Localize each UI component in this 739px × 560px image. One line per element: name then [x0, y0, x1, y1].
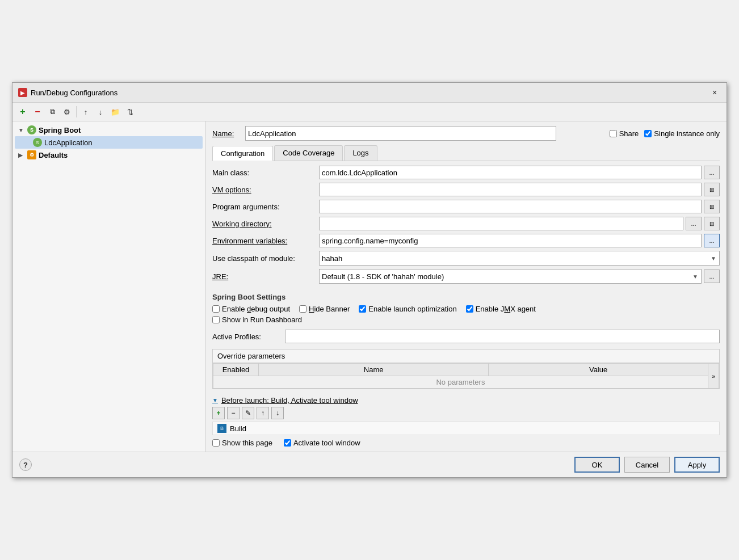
program-args-row: ⊞: [319, 200, 720, 213]
vm-options-expand-button[interactable]: ⊞: [704, 183, 720, 196]
program-args-expand-button[interactable]: ⊞: [704, 200, 720, 213]
right-panel: Name: Share Single instance only Configu…: [205, 121, 727, 452]
enable-launch-checkbox[interactable]: [359, 305, 366, 313]
title-bar: ▶ Run/Debug Configurations ×: [12, 83, 727, 103]
env-vars-browse-button[interactable]: ...: [704, 234, 720, 247]
bl-up-button[interactable]: ↑: [257, 407, 269, 419]
spring-boot-checkboxes-row2: Show in Run Dashboard: [212, 315, 720, 324]
share-label[interactable]: Share: [619, 129, 639, 138]
spring-boot-checkboxes-row: Enable debug output Hide Banner Enable l…: [212, 305, 720, 313]
bl-down-button[interactable]: ↓: [271, 407, 284, 419]
vm-options-input[interactable]: [319, 183, 702, 196]
before-launch-header: ▼ Before launch: Build, Activate tool wi…: [212, 396, 720, 405]
override-extra-button[interactable]: »: [708, 363, 719, 389]
jre-select[interactable]: Default (1.8 - SDK of 'hahah' module): [319, 269, 702, 284]
move-down-button[interactable]: ↓: [94, 105, 107, 119]
add-config-button[interactable]: +: [16, 105, 30, 119]
show-page-label[interactable]: Show this page: [222, 439, 272, 447]
defaults-arrow: ▶: [18, 152, 25, 158]
jre-select-wrapper: Default (1.8 - SDK of 'hahah' module) ▼: [319, 269, 702, 284]
hide-banner-item: Hide Banner: [299, 305, 350, 313]
enable-jmx-label[interactable]: Enable JMX agent: [476, 305, 536, 313]
main-class-row: ...: [319, 166, 720, 179]
working-dir-input[interactable]: [319, 217, 683, 230]
activate-tool-item: Activate tool window: [284, 439, 360, 447]
share-checkbox[interactable]: [610, 130, 617, 137]
spring-boot-settings-heading: Spring Boot Settings: [212, 293, 720, 301]
form-grid: Main class: ... VM options: ⊞ Program ar…: [212, 166, 720, 284]
main-class-input[interactable]: [319, 166, 702, 179]
sort-button[interactable]: ⇅: [123, 105, 137, 119]
main-class-browse-button[interactable]: ...: [704, 166, 720, 179]
enable-debug-checkbox[interactable]: [212, 305, 220, 313]
working-dir-browse-button[interactable]: ...: [686, 217, 702, 230]
folder-button[interactable]: 📁: [108, 105, 122, 119]
col-enabled: Enabled: [213, 364, 259, 376]
move-up-button[interactable]: ↑: [79, 105, 93, 119]
bl-edit-button[interactable]: ✎: [242, 407, 254, 419]
bl-remove-button[interactable]: −: [227, 407, 240, 419]
ok-button[interactable]: OK: [574, 457, 620, 473]
cancel-button[interactable]: Cancel: [624, 457, 670, 473]
enable-debug-item: Enable debug output: [212, 305, 290, 313]
activate-tool-checkbox[interactable]: [284, 439, 291, 447]
ldc-application-item[interactable]: S LdcApplication: [15, 136, 203, 149]
help-button[interactable]: ?: [19, 458, 32, 471]
jre-label: JRE:: [212, 272, 314, 281]
defaults-group[interactable]: ▶ ⚙ Defaults: [15, 149, 203, 161]
defaults-label: Defaults: [39, 151, 68, 159]
show-run-dashboard-checkbox[interactable]: [212, 316, 220, 323]
spring-boot-icon: S: [27, 125, 36, 134]
settings-button[interactable]: ⚙: [60, 105, 74, 119]
program-args-label: Program arguments:: [212, 203, 314, 211]
dialog-footer: ? OK Cancel Apply: [12, 452, 727, 477]
share-check-item: Share: [610, 129, 639, 138]
show-page-item: Show this page: [212, 439, 272, 447]
before-launch-label: Before launch: Build, Activate tool wind…: [221, 396, 358, 405]
working-dir-expand-button[interactable]: ⊟: [704, 217, 720, 230]
bl-build-icon: B: [217, 424, 226, 433]
copy-config-button[interactable]: ⧉: [45, 105, 59, 119]
bl-add-button[interactable]: +: [212, 407, 225, 419]
main-content: ▼ S Spring Boot S LdcApplication ▶ ⚙ Def…: [12, 121, 727, 452]
ldc-application-icon: S: [33, 138, 42, 147]
enable-jmx-checkbox[interactable]: [466, 305, 473, 313]
classpath-select-wrapper: hahah ▼: [319, 251, 720, 266]
show-page-checkbox[interactable]: [212, 439, 220, 447]
activate-tool-label[interactable]: Activate tool window: [293, 439, 360, 447]
enable-launch-label[interactable]: Enable launch optimization: [368, 305, 456, 313]
override-table-container: Enabled Name Value No parameters »: [213, 363, 719, 389]
enable-debug-label[interactable]: Enable debug output: [222, 305, 290, 313]
hide-banner-label[interactable]: Hide Banner: [309, 305, 350, 313]
show-run-dashboard-label[interactable]: Show in Run Dashboard: [222, 315, 302, 324]
bl-build-label: Build: [230, 424, 246, 433]
classpath-select[interactable]: hahah: [319, 251, 720, 266]
name-input[interactable]: [245, 126, 556, 141]
tab-code-coverage[interactable]: Code Coverage: [274, 145, 343, 161]
single-instance-check-item: Single instance only: [644, 129, 720, 138]
show-run-dashboard-item: Show in Run Dashboard: [212, 315, 302, 324]
override-parameters-section: Override parameters Enabled Name Value: [212, 349, 720, 389]
working-dir-label: Working directory:: [212, 220, 314, 228]
no-parameters-text: No parameters: [213, 376, 708, 389]
name-row: Name: Share Single instance only: [212, 126, 720, 141]
tab-configuration[interactable]: Configuration: [212, 146, 273, 161]
jre-row: Default (1.8 - SDK of 'hahah' module) ▼ …: [319, 269, 720, 284]
hide-banner-checkbox[interactable]: [299, 305, 306, 313]
vm-options-label: VM options:: [212, 186, 314, 194]
remove-config-button[interactable]: −: [31, 105, 44, 119]
tab-logs[interactable]: Logs: [344, 145, 377, 161]
tab-bar: Configuration Code Coverage Logs: [212, 145, 720, 161]
spring-boot-arrow: ▼: [18, 127, 25, 133]
spring-boot-group[interactable]: ▼ S Spring Boot: [15, 124, 203, 136]
col-name: Name: [259, 364, 489, 376]
env-vars-input[interactable]: [319, 234, 702, 247]
program-args-input[interactable]: [319, 200, 702, 213]
active-profiles-input[interactable]: [285, 330, 720, 343]
run-debug-dialog: ▶ Run/Debug Configurations × + − ⧉ ⚙ ↑ ↓…: [12, 82, 727, 478]
single-instance-label[interactable]: Single instance only: [654, 129, 720, 138]
close-button[interactable]: ×: [708, 86, 721, 99]
apply-button[interactable]: Apply: [674, 457, 720, 473]
single-instance-checkbox[interactable]: [644, 130, 652, 137]
jre-browse-button[interactable]: ...: [704, 270, 720, 283]
